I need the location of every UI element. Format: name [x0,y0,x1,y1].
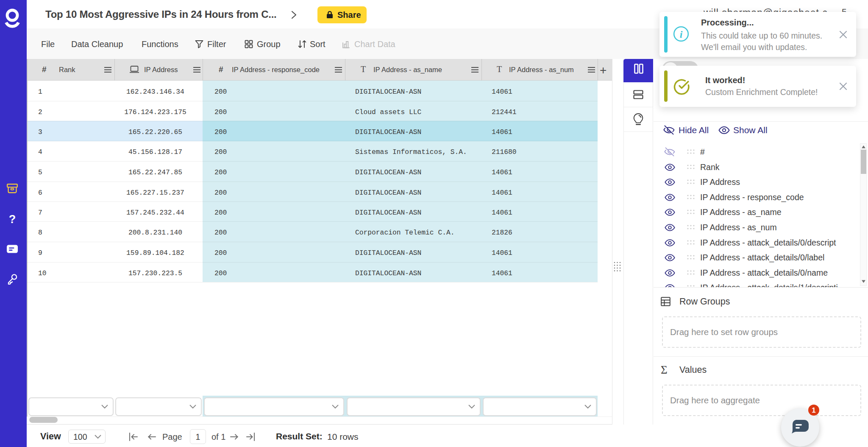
svg-text:i: i [680,29,683,40]
